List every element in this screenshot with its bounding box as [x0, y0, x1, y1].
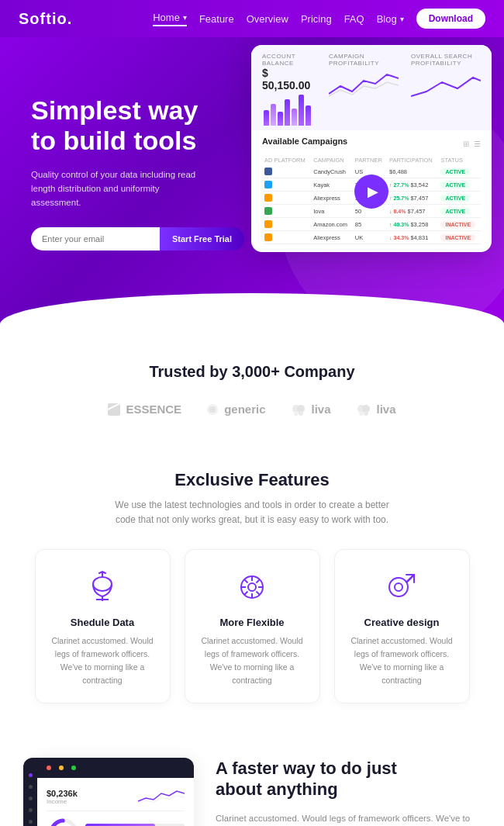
liva2-icon — [356, 403, 371, 416]
faster-title: A faster way to do just about anything — [216, 758, 481, 800]
svg-line-27 — [406, 575, 414, 582]
dashboard-topbar — [37, 758, 194, 778]
card-section-title: Available Campaigns — [262, 137, 347, 146]
feature-card-3-desc: Clarinet accustomed. Would legs of frame… — [349, 634, 455, 686]
nav-pricing[interactable]: Pricing — [301, 13, 332, 25]
nav-blog[interactable]: Blog▾ — [377, 13, 404, 25]
list-view-icon[interactable]: ☰ — [474, 140, 481, 148]
donut-row: 54% — [47, 816, 185, 826]
email-input[interactable] — [31, 227, 160, 251]
logo-generic: generic — [206, 403, 265, 416]
dashboard-mini-chart — [138, 787, 185, 807]
nav-overview[interactable]: Overview — [247, 13, 288, 25]
feature-card-flexible: More Flexible Clarinet accustomed. Would… — [185, 549, 320, 703]
svg-point-6 — [294, 411, 299, 416]
progress-bars — [85, 821, 185, 826]
value: ↑ 25.7% $7,457 — [387, 192, 438, 205]
hero-form: Start Free Trial — [31, 227, 240, 251]
table-row: Aliexpress UK ↓ 34.3% $4,831 INACTIVE — [262, 231, 481, 244]
dashboard-stat: $0,236k Income — [47, 789, 78, 805]
status-badge: ACTIVE — [440, 195, 470, 202]
account-balance-value: $ 50,150.00 — [262, 67, 316, 92]
features-description: We use the latest technologies and tools… — [112, 498, 392, 527]
feature-card-2-title: More Flexible — [199, 617, 306, 628]
donut-1: 54% — [47, 816, 81, 826]
sidebar-panel — [23, 758, 37, 826]
campaign-name: Kayak — [311, 178, 353, 192]
col-partner: PARTNER — [353, 155, 387, 165]
navbar: Softio. Home▾ Feature Overview Pricing F… — [0, 0, 504, 37]
start-trial-button[interactable]: Start Free Trial — [160, 227, 244, 251]
feature-card-1-desc: Clarinet accustomed. Would legs of frame… — [50, 634, 156, 686]
stat-label: Income — [47, 798, 78, 805]
campaign-name: Iova — [311, 205, 353, 218]
svg-line-21 — [244, 579, 248, 583]
trusted-logos: ESSENCE generic liva liva — [31, 403, 473, 416]
card-body: Available Campaigns ⊞ ☰ ▶ AD PLATFORM CA… — [251, 130, 492, 252]
card-toolbar: Available Campaigns ⊞ ☰ — [262, 137, 481, 150]
campaign-metric: CAMPAIGN PROFITABILITY — [329, 53, 399, 126]
feature-card-1-title: Shedule Data — [50, 617, 156, 628]
card-header: ACCOUNT BALANCE $ 50,150.00 CAMPAIGN PRO… — [251, 45, 492, 130]
svg-point-3 — [209, 406, 216, 413]
bar-3 — [278, 112, 283, 126]
flexible-icon — [199, 570, 306, 607]
dashboard-stat-row: $0,236k Income — [47, 787, 185, 807]
bar-6 — [299, 95, 304, 126]
campaign-name: Aliexpress — [311, 192, 353, 205]
essence-icon — [108, 403, 120, 416]
svg-point-16 — [248, 583, 256, 591]
trusted-section: Trusted by 3,000+ Company ESSENCE generi… — [0, 324, 504, 439]
campaign-label: CAMPAIGN PROFITABILITY — [329, 53, 399, 67]
nav-links: Home▾ Feature Overview Pricing FAQ Blog▾… — [153, 9, 485, 29]
logo-liva-2: liva — [356, 403, 396, 416]
account-balance-metric: ACCOUNT BALANCE $ 50,150.00 — [262, 53, 316, 126]
value: ↓ 34.3% $4,831 — [387, 231, 438, 244]
svg-point-25 — [389, 578, 408, 596]
nav-feature[interactable]: Feature — [199, 13, 234, 25]
dot-red — [47, 766, 51, 770]
nav-faq[interactable]: FAQ — [344, 13, 364, 25]
bar-2 — [271, 104, 276, 126]
bar-chart — [262, 92, 316, 126]
campaign-name: Amazon.com — [311, 218, 353, 231]
dot-green — [71, 766, 76, 770]
nav-home[interactable]: Home▾ — [153, 12, 187, 26]
bar-1 — [264, 110, 269, 126]
svg-point-10 — [359, 411, 364, 416]
svg-point-11 — [364, 411, 368, 416]
platform-al — [264, 194, 272, 202]
sidebar-dot-4 — [29, 808, 33, 812]
play-button[interactable]: ▶ — [354, 175, 388, 209]
campaign-name: CandyCrush — [311, 165, 353, 178]
bar-7 — [306, 105, 311, 126]
platform-fb — [264, 168, 272, 175]
region: UK — [353, 231, 387, 244]
platform-am — [264, 220, 272, 228]
feature-card-2-desc: Clarinet accustomed. Would legs of frame… — [199, 634, 306, 686]
col-platform: AD PLATFORM — [262, 155, 311, 165]
table-row: Amazon.com 85 ↑ 40.3% $3,258 INACTIVE — [262, 218, 481, 231]
logo-essence: ESSENCE — [108, 403, 181, 416]
svg-line-23 — [257, 579, 261, 583]
logo-liva-1: liva — [291, 403, 331, 416]
status-badge: INACTIVE — [440, 234, 475, 241]
value: ↑ 27.7% $3,542 — [387, 178, 438, 192]
grid-view-icon[interactable]: ⊞ — [463, 140, 469, 148]
value: $6,488 — [387, 165, 438, 178]
feature-card-creative: Creative design Clarinet accustomed. Wou… — [334, 549, 470, 703]
download-button[interactable]: Download — [416, 9, 485, 29]
play-icon: ▶ — [368, 183, 378, 200]
dashboard-body: $0,236k Income — [37, 778, 194, 826]
value: ↓ 8.4% $7,457 — [387, 205, 438, 218]
campaign-line-chart — [329, 67, 399, 101]
dot-yellow — [59, 766, 64, 770]
overall-line-chart — [411, 67, 481, 101]
faster-dashboard: $0,236k Income — [23, 758, 194, 826]
svg-point-7 — [299, 411, 303, 416]
overall-metric: OVERALL SEARCH PROFITABILITY — [411, 53, 481, 126]
donut-chart-1 — [47, 816, 81, 826]
status-badge: ACTIVE — [440, 208, 470, 215]
col-participation: PARTICIPATION — [387, 155, 438, 165]
liva1-icon — [291, 403, 306, 416]
